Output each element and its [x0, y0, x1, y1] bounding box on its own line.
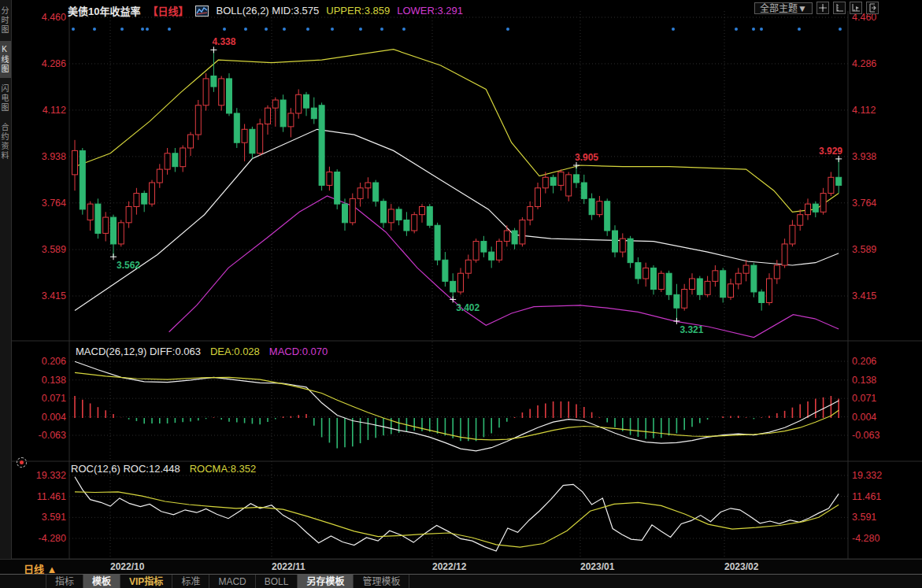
svg-text:0.004: 0.004	[42, 412, 66, 423]
svg-text:11.461: 11.461	[852, 491, 881, 502]
pan-right-icon[interactable]	[866, 2, 879, 14]
rocma-value-legend: ROCMA:8.352	[190, 463, 257, 475]
svg-text:11.461: 11.461	[37, 491, 66, 502]
macd-macd-legend: MACD:0.070	[269, 346, 328, 357]
sidebar-item-2[interactable]: 闪电图	[0, 80, 11, 116]
svg-text:-0.063: -0.063	[39, 430, 66, 441]
bottom-tab-6[interactable]: 另存模板	[298, 575, 354, 588]
svg-text:0.206: 0.206	[852, 356, 876, 367]
chart-canvas[interactable]: 4.3383.5623.9053.4023.3213.9294.4604.460…	[0, 0, 922, 559]
svg-text:3.764: 3.764	[42, 198, 66, 209]
svg-text:3.929: 3.929	[819, 146, 842, 157]
instrument-title: 美债10年收益率	[68, 3, 140, 18]
svg-text:3.415: 3.415	[852, 290, 876, 301]
y-axis-scale-icon[interactable]	[833, 2, 846, 14]
svg-text:19.332: 19.332	[36, 470, 66, 481]
time-axis-strip: 日线 ▲ 2022/102022/112022/122023/012023/02	[0, 559, 922, 575]
bottom-tab-7[interactable]: 管理模板	[354, 575, 409, 588]
svg-text:3.905: 3.905	[575, 152, 598, 163]
macd-dea-legend: DEA:0.028	[210, 346, 260, 357]
roc-legend: ROC(12,6) ROC:12.448 ROCMA:8.352	[71, 463, 256, 475]
svg-text:4.112: 4.112	[852, 105, 876, 116]
svg-text:0.138: 0.138	[42, 375, 66, 386]
svg-text:3.764: 3.764	[852, 198, 876, 209]
bottom-tab-1[interactable]: 模板	[83, 575, 120, 588]
svg-text:19.332: 19.332	[852, 470, 882, 481]
svg-text:-4.280: -4.280	[39, 533, 66, 544]
svg-text:3.415: 3.415	[42, 290, 66, 301]
boll-upper-legend: UPPER:3.859	[326, 5, 390, 17]
bottom-tab-0[interactable]: 指标	[46, 575, 83, 588]
svg-text:0.138: 0.138	[852, 375, 876, 386]
boll-legend: BOLL(26,2) MID:3.575	[216, 5, 319, 17]
svg-text:4.338: 4.338	[212, 36, 235, 47]
svg-text:3.562: 3.562	[117, 260, 140, 271]
svg-text:-4.280: -4.280	[852, 533, 879, 544]
svg-text:0.071: 0.071	[42, 393, 66, 404]
x-axis-label: 2023/02	[724, 561, 758, 572]
svg-text:4.286: 4.286	[852, 58, 876, 69]
x-axis-scale-icon[interactable]	[850, 2, 862, 14]
svg-text:3.402: 3.402	[456, 302, 480, 313]
svg-text:3.938: 3.938	[852, 151, 876, 162]
svg-text:4.460: 4.460	[42, 12, 66, 23]
bottom-tab-bar: 指标模板VIP指标标准MACDBOLL另存模板管理模板	[0, 574, 922, 588]
x-axis-label: 2023/01	[580, 561, 614, 572]
sidebar-item-1[interactable]: K线图	[0, 41, 11, 78]
sidebar-item-3[interactable]: 合约资料	[0, 119, 11, 165]
svg-text:4.112: 4.112	[43, 105, 66, 116]
bottom-tab-5[interactable]: BOLL	[256, 575, 298, 588]
svg-text:3.591: 3.591	[42, 512, 66, 523]
indicator-settings-icon[interactable]	[17, 457, 27, 468]
roc-value-legend: ROC(12,6) ROC:12.448	[71, 463, 180, 475]
x-axis-label: 2022/11	[272, 561, 305, 572]
svg-text:3.589: 3.589	[852, 244, 876, 255]
svg-text:-0.063: -0.063	[852, 430, 879, 441]
macd-legend: MACD(26,12,9) DIFF:0.063 DEA:0.028 MACD:…	[76, 346, 328, 357]
svg-text:3.938: 3.938	[42, 151, 66, 162]
bottom-tab-4[interactable]: MACD	[209, 575, 255, 588]
chart-application: 4.3383.5623.9053.4023.3213.9294.4604.460…	[0, 0, 922, 588]
chart-toolbar: 全部主题▼	[754, 2, 879, 14]
bottom-tab-3[interactable]: 标准	[172, 575, 209, 588]
bottom-tab-2[interactable]: VIP指标	[120, 575, 172, 588]
boll-lower-legend: LOWER:3.291	[397, 5, 463, 17]
x-axis-label: 2022/10	[110, 561, 144, 572]
macd-diff-legend: MACD(26,12,9) DIFF:0.063	[76, 346, 201, 357]
svg-text:4.286: 4.286	[42, 58, 66, 69]
svg-text:0.004: 0.004	[852, 412, 876, 423]
line-chart-icon[interactable]	[195, 6, 209, 17]
crosshair-icon[interactable]	[816, 2, 829, 14]
main-legend: 美债10年收益率 【日线】 BOLL(26,2) MID:3.575 UPPER…	[68, 3, 463, 18]
svg-text:0.071: 0.071	[852, 393, 876, 404]
svg-text:3.321: 3.321	[679, 324, 703, 335]
theme-dropdown-button[interactable]: 全部主题▼	[754, 2, 813, 14]
period-tag: 【日线】	[147, 3, 188, 18]
svg-text:0.206: 0.206	[42, 356, 66, 367]
x-axis-label: 2022/12	[432, 561, 466, 572]
sidebar-item-0[interactable]: 分时图	[0, 2, 11, 39]
chart-type-sidebar: 分时图K线图闪电图合约资料	[0, 0, 12, 559]
svg-text:3.589: 3.589	[42, 244, 66, 255]
svg-text:3.591: 3.591	[852, 512, 876, 523]
